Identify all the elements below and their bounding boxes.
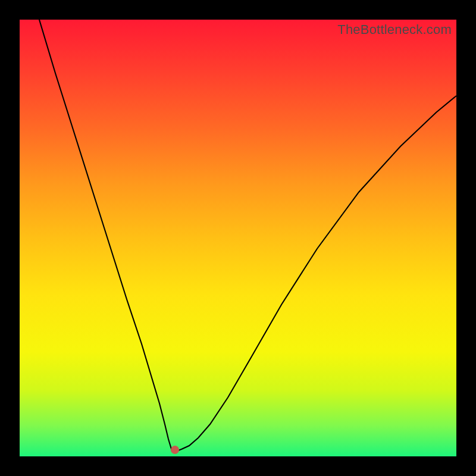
chart-overlay	[20, 20, 456, 456]
optimum-marker	[171, 446, 179, 454]
chart-frame: TheBottleneck.com	[0, 0, 476, 476]
bottleneck-curve-path	[39, 20, 456, 451]
plot-area: TheBottleneck.com	[20, 20, 456, 456]
